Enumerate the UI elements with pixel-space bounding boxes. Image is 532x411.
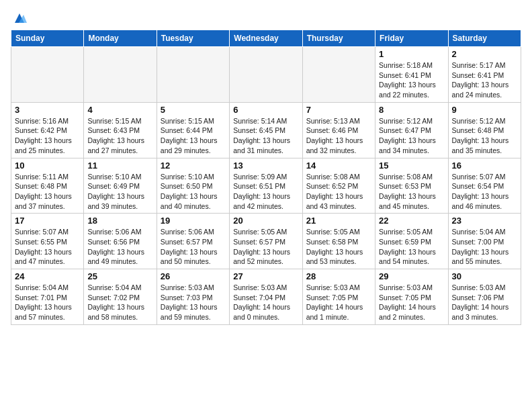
calendar-cell — [230, 47, 302, 103]
day-info: Sunrise: 5:09 AM Sunset: 6:51 PM Dayligh… — [233, 172, 298, 212]
day-number: 24 — [15, 271, 80, 281]
day-info: Sunrise: 5:04 AM Sunset: 7:00 PM Dayligh… — [452, 227, 517, 267]
calendar-table: SundayMondayTuesdayWednesdayThursdayFrid… — [11, 30, 521, 325]
day-number: 11 — [87, 161, 152, 171]
day-info: Sunrise: 5:06 AM Sunset: 6:57 PM Dayligh… — [161, 227, 226, 267]
calendar-week-5: 24Sunrise: 5:04 AM Sunset: 7:01 PM Dayli… — [11, 269, 521, 325]
calendar-cell: 27Sunrise: 5:03 AM Sunset: 7:04 PM Dayli… — [230, 269, 302, 325]
logo-icon — [12, 11, 27, 26]
logo — [11, 13, 27, 26]
day-number: 9 — [452, 105, 517, 115]
weekday-header-tuesday: Tuesday — [157, 30, 229, 47]
day-number: 10 — [15, 161, 80, 171]
calendar-cell: 7Sunrise: 5:13 AM Sunset: 6:46 PM Daylig… — [302, 102, 375, 158]
calendar-cell: 18Sunrise: 5:06 AM Sunset: 6:56 PM Dayli… — [84, 214, 157, 269]
day-info: Sunrise: 5:15 AM Sunset: 6:44 PM Dayligh… — [161, 116, 226, 156]
day-info: Sunrise: 5:15 AM Sunset: 6:43 PM Dayligh… — [87, 116, 152, 156]
day-number: 1 — [379, 49, 444, 59]
day-info: Sunrise: 5:04 AM Sunset: 7:02 PM Dayligh… — [87, 283, 152, 322]
calendar-cell: 28Sunrise: 5:03 AM Sunset: 7:05 PM Dayli… — [302, 269, 375, 325]
day-info: Sunrise: 5:12 AM Sunset: 6:48 PM Dayligh… — [452, 116, 517, 156]
calendar-cell: 30Sunrise: 5:03 AM Sunset: 7:06 PM Dayli… — [448, 269, 521, 325]
day-number: 27 — [233, 271, 298, 281]
day-number: 25 — [87, 271, 152, 281]
day-info: Sunrise: 5:03 AM Sunset: 7:05 PM Dayligh… — [379, 283, 444, 322]
weekday-header-monday: Monday — [84, 30, 157, 47]
calendar-week-2: 3Sunrise: 5:16 AM Sunset: 6:42 PM Daylig… — [11, 102, 521, 158]
calendar-cell: 13Sunrise: 5:09 AM Sunset: 6:51 PM Dayli… — [230, 158, 302, 214]
calendar-cell: 17Sunrise: 5:07 AM Sunset: 6:55 PM Dayli… — [11, 214, 84, 269]
calendar-cell — [302, 47, 375, 103]
day-number: 16 — [452, 161, 517, 171]
calendar-cell: 8Sunrise: 5:12 AM Sunset: 6:47 PM Daylig… — [375, 102, 448, 158]
day-number: 28 — [306, 271, 371, 281]
day-info: Sunrise: 5:05 AM Sunset: 6:59 PM Dayligh… — [379, 227, 444, 267]
calendar-cell: 29Sunrise: 5:03 AM Sunset: 7:05 PM Dayli… — [375, 269, 448, 325]
calendar-cell: 12Sunrise: 5:10 AM Sunset: 6:50 PM Dayli… — [157, 158, 229, 214]
day-number: 8 — [379, 105, 444, 115]
day-info: Sunrise: 5:05 AM Sunset: 6:58 PM Dayligh… — [306, 227, 371, 267]
day-info: Sunrise: 5:03 AM Sunset: 7:03 PM Dayligh… — [161, 283, 226, 322]
day-number: 5 — [161, 105, 226, 115]
day-number: 3 — [15, 105, 80, 115]
day-info: Sunrise: 5:12 AM Sunset: 6:47 PM Dayligh… — [379, 116, 444, 156]
weekday-header-sunday: Sunday — [11, 30, 84, 47]
calendar-cell: 26Sunrise: 5:03 AM Sunset: 7:03 PM Dayli… — [157, 269, 229, 325]
calendar-cell: 2Sunrise: 5:17 AM Sunset: 6:41 PM Daylig… — [448, 47, 521, 103]
day-number: 17 — [15, 216, 80, 226]
calendar-cell: 10Sunrise: 5:11 AM Sunset: 6:48 PM Dayli… — [11, 158, 84, 214]
day-number: 7 — [306, 105, 371, 115]
calendar-cell — [157, 47, 229, 103]
weekday-header-thursday: Thursday — [302, 30, 375, 47]
day-info: Sunrise: 5:08 AM Sunset: 6:52 PM Dayligh… — [306, 172, 371, 212]
page-header — [11, 11, 521, 26]
day-number: 14 — [306, 161, 371, 171]
day-number: 29 — [379, 271, 444, 281]
day-info: Sunrise: 5:05 AM Sunset: 6:57 PM Dayligh… — [233, 227, 298, 267]
calendar-cell: 24Sunrise: 5:04 AM Sunset: 7:01 PM Dayli… — [11, 269, 84, 325]
day-number: 15 — [379, 161, 444, 171]
calendar-header: SundayMondayTuesdayWednesdayThursdayFrid… — [11, 30, 521, 47]
day-info: Sunrise: 5:08 AM Sunset: 6:53 PM Dayligh… — [379, 172, 444, 212]
weekday-header-wednesday: Wednesday — [230, 30, 302, 47]
calendar-week-3: 10Sunrise: 5:11 AM Sunset: 6:48 PM Dayli… — [11, 158, 521, 214]
calendar-cell: 14Sunrise: 5:08 AM Sunset: 6:52 PM Dayli… — [302, 158, 375, 214]
calendar-cell: 22Sunrise: 5:05 AM Sunset: 6:59 PM Dayli… — [375, 214, 448, 269]
day-number: 21 — [306, 216, 371, 226]
day-info: Sunrise: 5:06 AM Sunset: 6:56 PM Dayligh… — [87, 227, 152, 267]
calendar-cell: 15Sunrise: 5:08 AM Sunset: 6:53 PM Dayli… — [375, 158, 448, 214]
day-info: Sunrise: 5:03 AM Sunset: 7:05 PM Dayligh… — [306, 283, 371, 322]
day-info: Sunrise: 5:14 AM Sunset: 6:45 PM Dayligh… — [233, 116, 298, 156]
day-info: Sunrise: 5:11 AM Sunset: 6:48 PM Dayligh… — [15, 172, 80, 212]
calendar-cell: 4Sunrise: 5:15 AM Sunset: 6:43 PM Daylig… — [84, 102, 157, 158]
day-number: 4 — [87, 105, 152, 115]
calendar-cell — [84, 47, 157, 103]
weekday-header-row: SundayMondayTuesdayWednesdayThursdayFrid… — [11, 30, 521, 47]
calendar-cell — [11, 47, 84, 103]
day-number: 13 — [233, 161, 298, 171]
weekday-header-friday: Friday — [375, 30, 448, 47]
day-info: Sunrise: 5:03 AM Sunset: 7:06 PM Dayligh… — [452, 283, 517, 322]
day-info: Sunrise: 5:04 AM Sunset: 7:01 PM Dayligh… — [15, 283, 80, 322]
day-info: Sunrise: 5:03 AM Sunset: 7:04 PM Dayligh… — [233, 283, 298, 322]
calendar-body: 1Sunrise: 5:18 AM Sunset: 6:41 PM Daylig… — [11, 47, 521, 325]
day-number: 12 — [161, 161, 226, 171]
calendar-cell: 19Sunrise: 5:06 AM Sunset: 6:57 PM Dayli… — [157, 214, 229, 269]
calendar-cell: 9Sunrise: 5:12 AM Sunset: 6:48 PM Daylig… — [448, 102, 521, 158]
calendar-cell: 23Sunrise: 5:04 AM Sunset: 7:00 PM Dayli… — [448, 214, 521, 269]
day-info: Sunrise: 5:07 AM Sunset: 6:54 PM Dayligh… — [452, 172, 517, 212]
calendar-cell: 1Sunrise: 5:18 AM Sunset: 6:41 PM Daylig… — [375, 47, 448, 103]
day-info: Sunrise: 5:16 AM Sunset: 6:42 PM Dayligh… — [15, 116, 80, 156]
day-info: Sunrise: 5:10 AM Sunset: 6:49 PM Dayligh… — [87, 172, 152, 212]
day-info: Sunrise: 5:18 AM Sunset: 6:41 PM Dayligh… — [379, 60, 444, 100]
day-number: 2 — [452, 49, 517, 59]
calendar-cell: 3Sunrise: 5:16 AM Sunset: 6:42 PM Daylig… — [11, 102, 84, 158]
calendar-cell: 11Sunrise: 5:10 AM Sunset: 6:49 PM Dayli… — [84, 158, 157, 214]
calendar-cell: 21Sunrise: 5:05 AM Sunset: 6:58 PM Dayli… — [302, 214, 375, 269]
day-info: Sunrise: 5:10 AM Sunset: 6:50 PM Dayligh… — [161, 172, 226, 212]
day-number: 19 — [161, 216, 226, 226]
day-number: 30 — [452, 271, 517, 281]
calendar-cell: 5Sunrise: 5:15 AM Sunset: 6:44 PM Daylig… — [157, 102, 229, 158]
day-number: 26 — [161, 271, 226, 281]
calendar-cell: 25Sunrise: 5:04 AM Sunset: 7:02 PM Dayli… — [84, 269, 157, 325]
